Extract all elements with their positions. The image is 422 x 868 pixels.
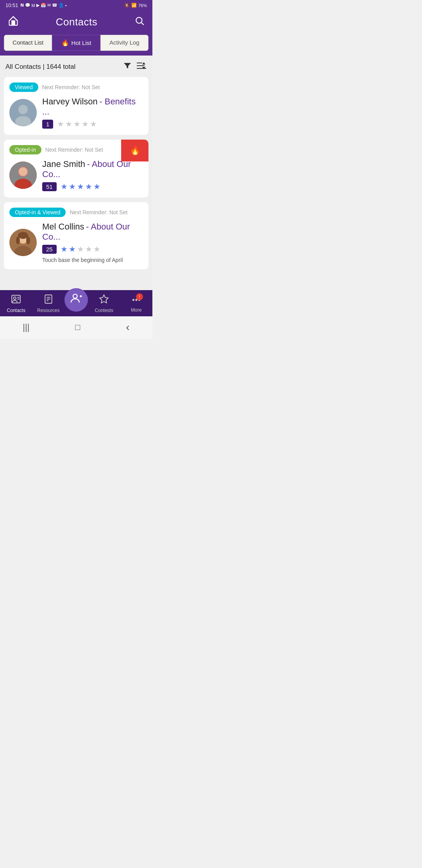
tab-contact-list[interactable]: Contact List bbox=[4, 35, 52, 51]
more-icon-wrap: ! bbox=[131, 295, 141, 306]
contact-name-line: Jane Smith - About Our Co... bbox=[42, 159, 143, 179]
star-5: ★ bbox=[93, 182, 100, 191]
svg-point-21 bbox=[26, 237, 30, 244]
home-button[interactable] bbox=[8, 15, 19, 29]
card-header: Opted-in & Viewed Next Reminder: Not Set bbox=[9, 208, 143, 217]
more-badge: ! bbox=[136, 293, 143, 300]
star-2: ★ bbox=[69, 244, 76, 254]
contact-note: Touch base the beginning of April bbox=[42, 257, 143, 263]
contact-meta: 1 ★ ★ ★ ★ ★ bbox=[42, 119, 143, 129]
svg-point-19 bbox=[18, 232, 28, 239]
nav-more[interactable]: ! More bbox=[120, 295, 153, 313]
contact-name: Jane Smith bbox=[42, 159, 85, 169]
contact-number: 25 bbox=[42, 245, 57, 254]
svg-marker-6 bbox=[142, 62, 145, 65]
content-area: All Contacts | 1644 total bbox=[0, 56, 152, 290]
contacts-actions bbox=[123, 61, 147, 72]
svg-rect-0 bbox=[12, 21, 15, 25]
star-5: ★ bbox=[93, 244, 100, 254]
home-button[interactable]: □ bbox=[75, 322, 80, 332]
svg-point-14 bbox=[19, 167, 27, 176]
reminder-text: Next Reminder: Not Set bbox=[42, 84, 100, 90]
nav-contacts[interactable]: Contacts bbox=[0, 294, 32, 313]
notification-icons: 𝗡💬M▶📅✉☎👤• bbox=[20, 3, 67, 8]
contact-info: Harvey Wilson - Benefits ... 1 ★ ★ ★ ★ ★ bbox=[42, 97, 143, 129]
star-3: ★ bbox=[73, 119, 80, 129]
page-title: Contacts bbox=[56, 16, 98, 28]
recents-button[interactable]: ||| bbox=[23, 322, 29, 332]
flame-icon: 🔥 bbox=[61, 39, 69, 47]
add-person-icon bbox=[70, 292, 82, 307]
contact-card[interactable]: 🔥 Opted-in Next Reminder: Not Set Jane S… bbox=[4, 140, 148, 197]
status-bar: 10:51 𝗡💬M▶📅✉☎👤• 🔇 📶 76% bbox=[0, 0, 152, 11]
contact-name-line: Harvey Wilson - Benefits ... bbox=[42, 97, 143, 117]
star-3: ★ bbox=[77, 182, 84, 191]
nav-contests-label: Contests bbox=[95, 308, 113, 313]
reminder-text: Next Reminder: Not Set bbox=[45, 147, 103, 153]
status-badge: Viewed bbox=[9, 82, 38, 92]
back-button[interactable]: ‹ bbox=[126, 321, 129, 334]
contact-card[interactable]: Viewed Next Reminder: Not Set Harvey Wil… bbox=[4, 77, 148, 135]
avatar bbox=[9, 99, 37, 126]
star-1: ★ bbox=[61, 244, 68, 254]
svg-point-30 bbox=[73, 294, 77, 298]
contact-name: Harvey Wilson bbox=[42, 97, 98, 106]
contacts-icon bbox=[11, 294, 21, 307]
svg-point-9 bbox=[18, 105, 28, 114]
search-button[interactable] bbox=[134, 16, 145, 28]
nav-contacts-label: Contacts bbox=[7, 308, 25, 313]
contact-name-line: Mel Collins - About Our Co... bbox=[42, 222, 143, 242]
star-1: ★ bbox=[61, 182, 68, 191]
app-header: Contacts bbox=[0, 11, 152, 35]
time-display: 10:51 bbox=[5, 2, 18, 8]
star-4: ★ bbox=[85, 182, 92, 191]
resources-icon bbox=[43, 294, 54, 307]
status-badge: Opted-in bbox=[9, 145, 41, 154]
reminder-text: Next Reminder: Not Set bbox=[70, 209, 127, 215]
nav-resources[interactable]: Resources bbox=[32, 294, 65, 313]
contact-number: 1 bbox=[42, 120, 53, 129]
bottom-nav: Contacts Resources Co bbox=[0, 290, 152, 316]
star-4: ★ bbox=[85, 244, 92, 254]
star-4: ★ bbox=[82, 119, 89, 129]
star-rating: ★ ★ ★ ★ ★ bbox=[61, 244, 100, 254]
tab-hot-list[interactable]: 🔥 Hot List bbox=[52, 35, 100, 51]
contact-card[interactable]: Opted-in & Viewed Next Reminder: Not Set bbox=[4, 202, 148, 269]
card-body: Harvey Wilson - Benefits ... 1 ★ ★ ★ ★ ★ bbox=[9, 97, 143, 129]
star-1: ★ bbox=[57, 119, 64, 129]
star-icon bbox=[99, 294, 109, 307]
star-2: ★ bbox=[69, 182, 76, 191]
contact-number: 51 bbox=[42, 182, 57, 191]
contact-meta: 25 ★ ★ ★ ★ ★ bbox=[42, 244, 143, 254]
svg-marker-33 bbox=[100, 295, 108, 303]
svg-point-1 bbox=[136, 17, 142, 23]
star-3: ★ bbox=[77, 244, 84, 254]
filter-button[interactable] bbox=[123, 61, 132, 72]
star-rating: ★ ★ ★ ★ ★ bbox=[61, 182, 100, 191]
sort-button[interactable] bbox=[136, 61, 147, 72]
contacts-header: All Contacts | 1644 total bbox=[4, 61, 148, 77]
svg-point-23 bbox=[14, 297, 16, 300]
tab-bar: Contact List 🔥 Hot List Activity Log bbox=[0, 35, 152, 56]
contacts-count: All Contacts | 1644 total bbox=[5, 63, 75, 71]
battery-display: 76% bbox=[138, 3, 147, 8]
card-header: Viewed Next Reminder: Not Set bbox=[9, 82, 143, 92]
card-body: Jane Smith - About Our Co... 51 ★ ★ ★ ★ … bbox=[9, 159, 143, 191]
status-time: 10:51 𝗡💬M▶📅✉☎👤• bbox=[5, 2, 67, 8]
avatar bbox=[9, 161, 37, 189]
nav-add-contact[interactable] bbox=[64, 288, 88, 312]
system-nav: ||| □ ‹ bbox=[0, 316, 152, 339]
svg-point-34 bbox=[133, 299, 134, 300]
flame-icon: 🔥 bbox=[130, 145, 140, 156]
avatar bbox=[9, 229, 37, 256]
tab-activity-log[interactable]: Activity Log bbox=[100, 35, 148, 51]
nav-more-label: More bbox=[131, 307, 141, 313]
star-5: ★ bbox=[90, 119, 97, 129]
nav-contests[interactable]: Contests bbox=[88, 294, 120, 313]
card-body: Mel Collins - About Our Co... 25 ★ ★ ★ ★… bbox=[9, 222, 143, 263]
status-right-icons: 🔇 📶 76% bbox=[124, 3, 147, 8]
svg-line-2 bbox=[141, 23, 144, 25]
status-badge: Opted-in & Viewed bbox=[9, 208, 66, 217]
contact-info: Mel Collins - About Our Co... 25 ★ ★ ★ ★… bbox=[42, 222, 143, 263]
hot-badge: 🔥 bbox=[121, 140, 148, 161]
